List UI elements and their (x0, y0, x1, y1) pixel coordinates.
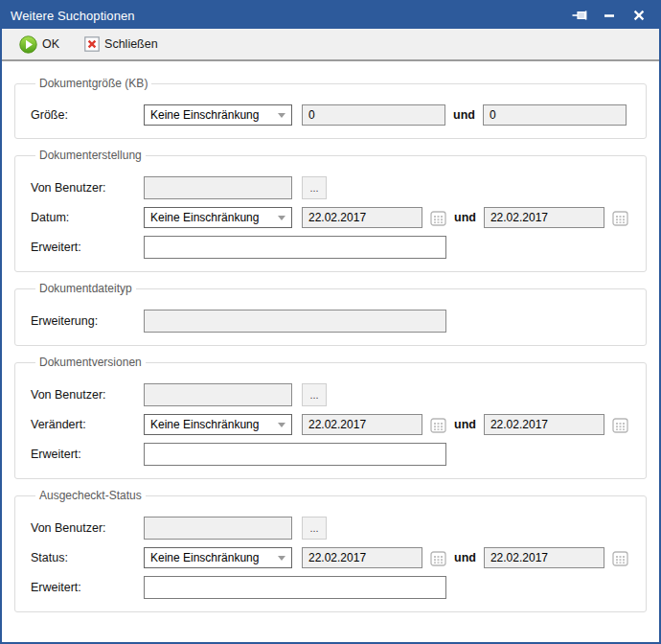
extended-row: Erweitert: (31, 443, 630, 466)
date-row: Status: Keine Einschränkung (31, 547, 630, 568)
extension-input[interactable] (144, 310, 446, 333)
status-date-to-input[interactable] (484, 547, 604, 568)
calendar-icon[interactable] (430, 210, 446, 226)
chevron-down-icon (278, 216, 285, 220)
chevron-down-icon (278, 556, 285, 561)
date-label: Datum: (31, 211, 144, 224)
group-title: Dokumentversionen (35, 356, 146, 369)
ok-button[interactable]: OK (13, 33, 65, 57)
and-label: und (454, 551, 476, 564)
creation-user-browse-button[interactable]: ... (302, 176, 327, 199)
schliessen-button[interactable]: Schließen (79, 34, 164, 55)
size-row: Größe: Keine Einschränkung und (31, 104, 630, 126)
extended-label: Erweitert: (31, 448, 144, 461)
and-label: und (454, 418, 476, 431)
ok-label: OK (42, 37, 59, 51)
user-label: Von Benutzer: (31, 181, 144, 195)
dropdown-selected-value: Keine Einschränkung (150, 418, 274, 431)
user-label: Von Benutzer: (31, 521, 144, 535)
titlebar: Weitere Suchoptionen (2, 2, 659, 29)
creation-date-to-input[interactable] (484, 207, 604, 228)
extended-row: Erweitert: (31, 576, 630, 599)
version-user-input[interactable] (144, 383, 292, 406)
creation-date-restriction-dropdown[interactable]: Keine Einschränkung (144, 207, 292, 228)
pin-icon[interactable] (569, 5, 590, 26)
schliessen-label: Schließen (104, 37, 158, 51)
version-extended-input[interactable] (144, 443, 446, 466)
user-row: Von Benutzer: ... (31, 517, 630, 540)
chevron-down-icon (278, 113, 285, 118)
chevron-down-icon (278, 423, 285, 427)
calendar-icon[interactable] (612, 550, 628, 566)
extension-row: Erweiterung: (31, 310, 630, 333)
version-user-browse-button[interactable]: ... (302, 383, 327, 406)
group-title: Dokumentdateityp (35, 282, 136, 295)
close-x-icon (84, 36, 100, 52)
creation-date-from-input[interactable] (302, 207, 422, 228)
group-dokumentgroesse: Dokumentgröße (KB) Größe: Keine Einschrä… (14, 77, 647, 139)
dropdown-selected-value: Keine Einschränkung (150, 551, 274, 564)
user-label: Von Benutzer: (31, 388, 144, 402)
user-row: Von Benutzer: ... (31, 383, 630, 406)
modified-label: Verändert: (31, 418, 144, 431)
date-row: Datum: Keine Einschränkung (31, 207, 630, 228)
calendar-icon[interactable] (430, 417, 446, 433)
group-dokumentdateityp: Dokumentdateityp Erweiterung: (14, 282, 647, 346)
group-title: Ausgecheckt-Status (35, 489, 146, 502)
extended-label: Erweitert: (31, 241, 144, 254)
status-date-from-input[interactable] (302, 547, 422, 568)
checkout-user-input[interactable] (144, 517, 292, 540)
minimize-button[interactable] (599, 5, 620, 26)
close-button[interactable] (628, 5, 650, 26)
group-dokumentversionen: Dokumentversionen Von Benutzer: ... Verä… (14, 356, 647, 479)
extended-label: Erweitert: (31, 581, 144, 594)
modified-date-to-input[interactable] (484, 414, 604, 435)
and-label: und (453, 108, 475, 122)
calendar-icon[interactable] (612, 210, 628, 226)
extension-label: Erweiterung: (31, 314, 144, 328)
user-row: Von Benutzer: ... (31, 176, 630, 199)
extended-row: Erweitert: (31, 236, 630, 259)
ok-play-icon (19, 35, 37, 54)
window-title: Weitere Suchoptionen (11, 9, 135, 23)
calendar-icon[interactable] (612, 417, 628, 433)
size-from-input[interactable] (302, 104, 445, 126)
size-restriction-dropdown[interactable]: Keine Einschränkung (144, 104, 292, 126)
status-restriction-dropdown[interactable]: Keine Einschränkung (144, 547, 292, 568)
dialog-window: Weitere Suchoptionen (0, 0, 661, 644)
size-to-input[interactable] (483, 104, 627, 126)
group-title: Dokumenterstellung (35, 149, 146, 162)
and-label: und (454, 211, 476, 224)
date-row: Verändert: Keine Einschränkung (31, 414, 630, 435)
dropdown-selected-value: Keine Einschränkung (150, 211, 274, 224)
size-label: Größe: (31, 108, 144, 122)
checkout-extended-input[interactable] (144, 576, 446, 599)
status-label: Status: (31, 551, 144, 564)
group-title: Dokumentgröße (KB) (35, 77, 151, 90)
titlebar-buttons (569, 5, 659, 26)
creation-user-input[interactable] (144, 176, 292, 199)
creation-extended-input[interactable] (144, 236, 446, 259)
group-dokumenterstellung: Dokumenterstellung Von Benutzer: ... Dat… (14, 149, 647, 272)
group-ausgecheckt-status: Ausgecheckt-Status Von Benutzer: ... Sta… (14, 489, 647, 612)
modified-date-from-input[interactable] (302, 414, 422, 435)
dialog-content: Dokumentgröße (KB) Größe: Keine Einschrä… (2, 61, 659, 612)
modified-date-restriction-dropdown[interactable]: Keine Einschränkung (144, 414, 292, 435)
toolbar: OK Schließen (2, 29, 659, 61)
checkout-user-browse-button[interactable]: ... (302, 517, 327, 540)
dropdown-selected-value: Keine Einschränkung (150, 108, 274, 122)
calendar-icon[interactable] (430, 550, 446, 566)
